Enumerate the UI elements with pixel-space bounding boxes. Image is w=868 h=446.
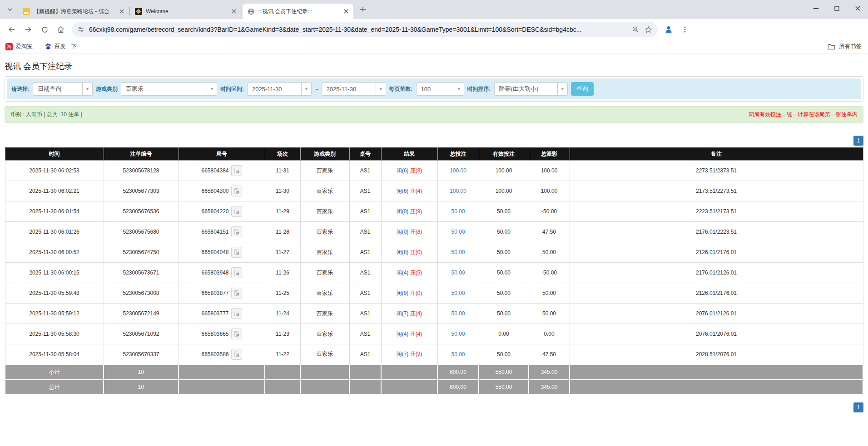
sort-label: 时间排序: [467,85,491,93]
payout-cell: 100.00 [529,181,570,201]
page-content: 视讯 会员下注纪录 请选择: 日期查询 ▼ 游戏类别 百家乐 ▼ 时间区间: 2… [0,61,868,412]
date-end-input[interactable]: 2025-11-30 ▼ [322,82,386,96]
payout-cell: -50.00 [529,263,570,283]
note-cell: 2173.51/2273.51 [570,181,863,201]
grand-total-row: 总计 10 600.00 550.00 345.00 [5,380,863,395]
tab-title: 【新提醒】海燕策略论坛 - 综合 [34,8,114,15]
tab-welcome[interactable]: Welcome [130,4,241,19]
maximize-button[interactable] [826,0,847,16]
globe-icon [247,8,254,15]
round-id: 665804300 [201,188,228,194]
bet-id-cell: 523005678128 [104,161,179,181]
tab-bet-records-active[interactable]: :::视讯 会员下注纪录::: [243,4,353,19]
chevron-down-icon: ▼ [376,83,386,95]
round-replay-button[interactable] [231,349,242,360]
round-replay-button[interactable] [231,186,242,196]
payout-cell: 50.00 [529,304,570,324]
profile-button[interactable] [661,22,676,37]
note-cell: 2176.01/2223.51 [570,222,863,242]
total-bet-link[interactable]: 50.00 [451,290,465,296]
valid-bet-cell: 0.00 [479,324,529,344]
table-no-cell: AS1 [349,201,381,222]
subtotal-valid-bet: 550.00 [479,365,529,380]
table-no-cell: AS1 [349,304,381,324]
round-id: 665803877 [201,290,228,296]
date-range-label: 时间区间: [220,85,244,93]
back-button[interactable] [4,22,20,37]
result-banker: 庄(4) [408,310,422,317]
game-type-select[interactable]: 百家乐 ▼ [121,82,217,96]
game-type-cell: 百家乐 [300,263,349,283]
total-bet-link[interactable]: 50.00 [451,229,465,235]
plus-icon [360,6,366,13]
pagination-top: 1 [5,136,863,146]
note-cell: 2176.01/2126.01 [570,263,863,283]
tab-close-icon[interactable] [230,8,238,15]
total-bet-cell: 50.00 [437,344,479,365]
valid-bet-cell: 50.00 [479,263,529,283]
zoom-page-button[interactable] [632,26,639,33]
payout-cell: 47.50 [529,344,570,365]
page-1-button[interactable]: 1 [853,136,863,146]
tab-forum[interactable]: 【新提醒】海燕策略论坛 - 综合 [18,4,129,19]
total-bet-link[interactable]: 50.00 [451,270,465,276]
total-payout: 345.00 [529,380,570,395]
total-bet-link[interactable]: 50.00 [451,249,465,255]
bet-record-row: 2025-11-30 06:01:26523005675680665804151… [5,222,863,242]
page-1-button[interactable]: 1 [853,402,863,412]
bet-id-cell: 523005674750 [104,242,179,263]
per-page-select[interactable]: 100 ▼ [416,82,464,96]
filter-bar: 请选择: 日期查询 ▼ 游戏类别 百家乐 ▼ 时间区间: 2025-11-30 … [7,78,861,99]
address-bar[interactable]: 66cxkj98.com/game/betrecord_search/kind3… [72,22,658,37]
browser-menu-button[interactable] [677,22,693,37]
round-id: 665803777 [201,310,228,317]
total-bet-link[interactable]: 50.00 [451,208,465,215]
round-replay-button[interactable] [231,288,242,299]
window-controls [805,0,868,16]
home-button[interactable] [53,22,69,37]
bookmark-baidu[interactable]: 百度一下 [45,43,77,50]
tab-title: Welcome [146,8,227,15]
round-replay-button[interactable] [231,267,242,278]
chevron-down-icon: ▼ [557,83,567,95]
total-bet-link[interactable]: 50.00 [451,331,465,337]
game-type-cell: 百家乐 [300,283,349,304]
round-replay-button[interactable] [231,308,242,319]
bookmark-star-button[interactable] [645,26,652,34]
tab-close-icon[interactable] [342,8,350,15]
sort-select[interactable]: 降幂(由大到小) ▼ [494,82,568,96]
total-bet-link[interactable]: 100.00 [450,167,466,174]
round-replay-button[interactable] [231,328,242,339]
bet-time-cell: 2025-11-30 06:00:52 [5,242,104,263]
tab-close-icon[interactable] [118,8,125,15]
total-bet-link[interactable]: 100.00 [450,188,466,194]
total-valid-bet: 550.00 [479,380,529,395]
search-button[interactable]: 查询 [571,82,594,96]
round-replay-button[interactable] [231,226,242,237]
all-bookmarks[interactable]: 所有书签 [821,43,862,51]
bet-record-row: 2025-11-30 06:01:54523005676536665804220… [5,201,863,222]
tab-search-button[interactable] [4,3,16,16]
total-bet-link[interactable]: 50.00 [451,351,465,358]
reload-button[interactable] [37,22,52,37]
close-window-button[interactable] [847,0,868,16]
total-bet-cell: 50.00 [437,242,479,263]
bet-time-cell: 2025-11-30 06:01:54 [5,201,104,222]
query-type-select[interactable]: 日期查询 ▼ [33,82,93,96]
taobao-icon: 淘 [5,43,13,50]
round-replay-button[interactable] [231,165,242,176]
table-no-cell: AS1 [349,222,381,242]
bet-id-cell: 523005677303 [104,181,179,201]
url-text[interactable]: 66cxkj98.com/game/betrecord_search/kind3… [89,26,626,33]
forward-button[interactable] [20,22,36,37]
result-banker: 庄(3) [408,167,422,174]
round-replay-button[interactable] [231,247,242,258]
total-bet-link[interactable]: 50.00 [451,310,465,317]
date-start-input[interactable]: 2025-11-30 ▼ [247,82,312,96]
bookmark-aitaobao[interactable]: 淘 爱淘宝 [5,43,33,50]
bet-id-cell: 523005672149 [104,304,179,324]
minimize-button[interactable] [805,0,826,16]
new-tab-button[interactable] [357,4,369,15]
round-replay-button[interactable] [231,206,242,217]
bookmarks-separator [821,43,821,51]
